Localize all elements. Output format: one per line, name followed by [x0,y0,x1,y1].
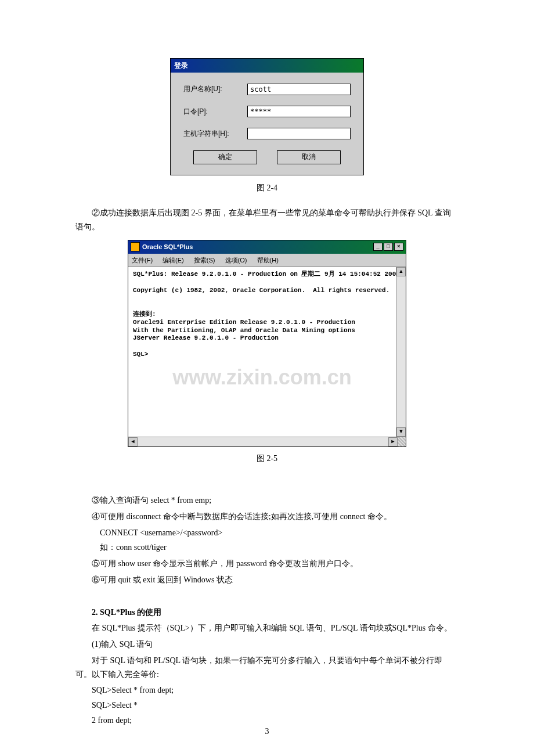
heading-2: 2. SQL*Plus 的使用 [75,606,459,620]
hoststring-input[interactable] [247,128,351,139]
paragraph-9: 对于 SQL 语句和 PL/SQL 语句块，如果一行输不完可分多行输入，只要语句… [75,654,459,682]
paragraph-3: ③输入查询语句 select * from emp; [75,494,459,507]
sqlplus-window: Oracle SQL*Plus _ □ × 文件(F) 编辑(E) 搜索(S) … [128,240,406,447]
paragraph-4: ④可使用 disconnect 命令中断与数据库的会话连接;如再次连接,可使用 … [75,510,459,524]
paragraph-8: (1)输入 SQL 语句 [75,638,459,651]
hoststring-row: 主机字符串[H]: [183,128,351,139]
watermark-text: www.zixin.com.cn [172,364,352,390]
paragraph-9a: SQL>Select * from dept; [75,683,459,697]
ok-button[interactable]: 确定 [193,150,257,164]
login-dialog-body: 用户名称[U]: 口令[P]: 主机字符串[H]: 确定 取消 [171,73,363,174]
username-input[interactable] [247,84,351,95]
paragraph-4a: CONNECT <username>/<password> [75,526,459,540]
vertical-scrollbar[interactable]: ▲ ▼ [396,267,406,437]
password-row: 口令[P]: [183,106,351,117]
sqlplus-console-output[interactable]: SQL*Plus: Release 9.2.0.1.0 - Production… [128,267,396,437]
sqlplus-titlebar: Oracle SQL*Plus _ □ × [128,240,406,254]
page-number: 3 [0,725,534,739]
cancel-button[interactable]: 取消 [277,150,341,164]
hoststring-label: 主机字符串[H]: [183,128,247,139]
resize-grip-icon[interactable] [398,437,406,447]
sqlplus-menubar: 文件(F) 编辑(E) 搜索(S) 选项(O) 帮助(H) [128,254,406,268]
login-dialog: 登录 用户名称[U]: 口令[P]: 主机字符串[H]: 确定 取消 [170,58,364,175]
dialog-button-row: 确定 取消 [183,150,351,164]
paragraph-9b: SQL>Select * [75,699,459,712]
menu-options[interactable]: 选项(O) [225,257,247,264]
username-row: 用户名称[U]: [183,83,351,95]
scroll-down-icon[interactable]: ▼ [396,427,406,437]
scroll-right-icon[interactable]: ► [388,437,398,447]
login-dialog-title: 登录 [171,59,363,73]
paragraph-6: ⑥可用 quit 或 exit 返回到 Windows 状态 [75,573,459,587]
scroll-up-icon[interactable]: ▲ [396,267,406,276]
username-label: 用户名称[U]: [183,83,247,95]
sqlplus-app-icon [131,242,140,251]
menu-help[interactable]: 帮助(H) [257,257,279,264]
menu-edit[interactable]: 编辑(E) [163,257,184,264]
scroll-left-icon[interactable]: ◄ [128,437,138,447]
paragraph-2: ②成功连接数据库后出现图 2-5 界面，在菜单栏里有一些常见的菜单命令可帮助执行… [75,206,459,234]
menu-file[interactable]: 文件(F) [132,257,153,264]
figure-2-5-caption: 图 2-5 [75,452,459,466]
maximize-icon[interactable]: □ [384,243,393,251]
paragraph-5: ⑤可用 show user 命令显示当前帐户，用 password 命令更改当前… [75,557,459,571]
password-label: 口令[P]: [183,106,247,117]
paragraph-7: 在 SQL*Plus 提示符（SQL>）下，用户即可输入和编辑 SQL 语句、P… [75,621,459,635]
sqlplus-title-text: Oracle SQL*Plus [142,242,193,253]
minimize-icon[interactable]: _ [373,243,383,251]
paragraph-4b: 如：conn scott/tiger [75,541,459,555]
horizontal-scrollbar[interactable]: ◄ ► [128,437,406,447]
password-input[interactable] [247,106,351,117]
close-icon[interactable]: × [394,243,403,251]
figure-2-4-caption: 图 2-4 [75,181,459,195]
menu-search[interactable]: 搜索(S) [194,257,215,264]
